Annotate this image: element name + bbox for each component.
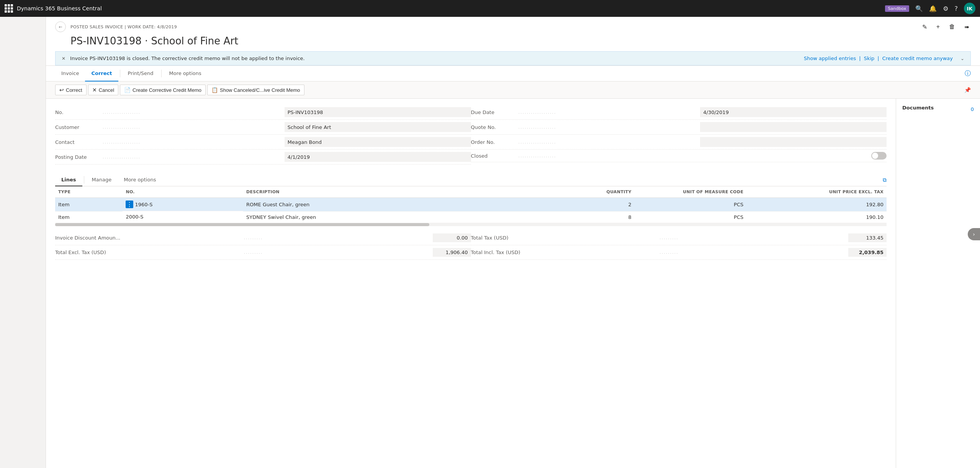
lines-table: TYPE NO. DESCRIPTION QUANTITY UNIT OF ME…: [55, 186, 887, 223]
form-row-order-no: Order No. ..................: [471, 135, 887, 150]
create-corrective-credit-memo-button[interactable]: 📄 Create Corrective Credit Memo: [120, 85, 206, 95]
correct-label: Correct: [66, 87, 82, 93]
customer-label: Customer: [55, 124, 101, 130]
content-area: ← POSTED SALES INVOICE | WORK DATE: 4/8/…: [46, 17, 980, 468]
form-grid: No. .................. PS-INV103198 Cust…: [55, 105, 887, 165]
notification-close-icon[interactable]: ✕: [62, 56, 65, 61]
header-actions: ✎ + 🗑 ➠: [921, 22, 971, 32]
show-applied-entries-link[interactable]: Show applied entries: [804, 55, 856, 61]
due-date-value[interactable]: 4/30/2019: [700, 107, 887, 117]
quote-no-label: Quote No.: [471, 124, 517, 130]
no-label: No.: [55, 109, 101, 115]
notification-icon[interactable]: 🔔: [929, 5, 937, 12]
show-memo-icon: 📋: [211, 87, 218, 93]
tab-print-send[interactable]: Print/Send: [122, 66, 160, 82]
total-incl-label: Total Incl. Tax (USD): [471, 249, 655, 255]
edit-button[interactable]: ✎: [921, 22, 929, 32]
lines-expand-icon[interactable]: ⧉: [883, 177, 887, 183]
row2-quantity: 8: [521, 211, 635, 223]
user-avatar[interactable]: IK: [964, 3, 975, 14]
form-right-column: Due Date .................. 4/30/2019 Qu…: [471, 105, 887, 165]
help-icon[interactable]: ?: [955, 5, 958, 12]
toolbar-pin-icon[interactable]: 📌: [964, 87, 971, 93]
cancel-button[interactable]: ✕ Cancel: [88, 85, 118, 95]
col-type-header: TYPE: [55, 186, 123, 198]
row2-description: SYDNEY Swivel Chair, green: [243, 211, 521, 223]
tab-info-icon[interactable]: ⓘ: [965, 70, 971, 78]
main-container: ← POSTED SALES INVOICE | WORK DATE: 4/8/…: [0, 17, 980, 468]
tab-invoice[interactable]: Invoice: [55, 66, 85, 82]
total-incl-row: Total Incl. Tax (USD) ......... 2,039.85: [471, 245, 887, 260]
order-no-label: Order No.: [471, 139, 517, 145]
closed-toggle[interactable]: [871, 152, 887, 160]
row2-uom: PCS: [635, 211, 747, 223]
tab-correct[interactable]: Correct: [85, 66, 118, 82]
table-row[interactable]: Item ⋮ 1960-S ROME Guest Chair, green 2 …: [55, 198, 887, 212]
col-uom-header: UNIT OF MEASURE CODE: [635, 186, 747, 198]
create-memo-label: Create Corrective Credit Memo: [133, 87, 201, 93]
total-tax-value[interactable]: 133.45: [848, 233, 887, 242]
col-desc-header: DESCRIPTION: [243, 186, 521, 198]
col-no-header: NO.: [123, 186, 243, 198]
right-panel: Documents 0: [896, 99, 980, 468]
row1-description: ROME Guest Chair, green: [243, 198, 521, 212]
expand-button[interactable]: ➠: [963, 22, 971, 32]
lines-tab-more-options[interactable]: More options: [118, 174, 162, 186]
brand-name: Dynamics 365 Business Central: [17, 5, 102, 11]
table-scroll-bar[interactable]: [55, 223, 887, 226]
table-row[interactable]: Item 2000-S SYDNEY Swivel Chair, green 8…: [55, 211, 887, 223]
settings-icon[interactable]: ⚙: [943, 5, 948, 12]
documents-title: Documents: [902, 105, 934, 111]
page-header: ← POSTED SALES INVOICE | WORK DATE: 4/8/…: [46, 17, 980, 66]
tab-more-options[interactable]: More options: [163, 66, 208, 82]
lines-tab-lines[interactable]: Lines: [55, 174, 82, 186]
lines-tab-manage[interactable]: Manage: [86, 174, 118, 186]
waffle-icon[interactable]: [5, 4, 13, 13]
table-header-row: TYPE NO. DESCRIPTION QUANTITY UNIT OF ME…: [55, 186, 887, 198]
correct-button[interactable]: ↩ Correct: [55, 85, 87, 95]
quote-no-value[interactable]: [700, 122, 887, 132]
customer-value[interactable]: School of Fine Art: [285, 122, 471, 132]
posting-date-value[interactable]: 4/1/2019: [285, 152, 471, 162]
back-button[interactable]: ←: [55, 21, 66, 32]
tab-separator-2: [161, 70, 162, 77]
contact-label: Contact: [55, 139, 101, 145]
totals-area: Invoice Discount Amoun... ......... 0.00…: [55, 231, 887, 260]
row2-price: 190.10: [746, 211, 887, 223]
order-no-value[interactable]: [700, 137, 887, 147]
page-body: No. .................. PS-INV103198 Cust…: [46, 99, 980, 468]
page-header-top: ← POSTED SALES INVOICE | WORK DATE: 4/8/…: [55, 21, 971, 32]
skip-link[interactable]: Skip: [864, 55, 875, 61]
total-excl-label: Total Excl. Tax (USD): [55, 249, 239, 255]
form-row-customer: Customer .................. School of Fi…: [55, 120, 471, 135]
posting-date-label: Posting Date: [55, 154, 101, 160]
notification-collapse-icon[interactable]: ⌄: [960, 56, 964, 61]
create-credit-memo-anyway-link[interactable]: Create credit memo anyway: [882, 55, 953, 61]
total-excl-value[interactable]: 1,906.40: [433, 248, 471, 257]
form-row-posting-date: Posting Date .................. 4/1/2019: [55, 150, 471, 165]
scroll-bar-thumb: [55, 223, 429, 226]
right-expand-arrow[interactable]: ›: [968, 228, 980, 240]
invoice-discount-value[interactable]: 0.00: [433, 233, 471, 242]
closed-toggle-container: [871, 152, 887, 160]
tab-separator: [120, 70, 120, 77]
show-canceled-credit-memo-button[interactable]: 📋 Show Canceled/C...ive Credit Memo: [207, 85, 304, 95]
row1-no: ⋮ 1960-S: [123, 198, 243, 211]
form-row-closed: Closed ..................: [471, 150, 887, 162]
col-price-header: UNIT PRICE EXCL. TAX: [746, 186, 887, 198]
closed-label: Closed: [471, 153, 517, 159]
row2-no: 2000-S: [123, 211, 243, 223]
lines-tabs: Lines Manage More options ⧉: [55, 174, 887, 186]
total-excl-row: Total Excl. Tax (USD) ......... 1,906.40: [55, 245, 471, 260]
form-row-quote-no: Quote No. ..................: [471, 120, 887, 135]
form-left-column: No. .................. PS-INV103198 Cust…: [55, 105, 471, 165]
search-icon[interactable]: 🔍: [915, 5, 923, 12]
row1-uom: PCS: [635, 198, 747, 212]
no-value[interactable]: PS-INV103198: [285, 107, 471, 117]
total-incl-value[interactable]: 2,039.85: [848, 248, 887, 257]
row-menu-button[interactable]: ⋮: [126, 201, 133, 208]
contact-value[interactable]: Meagan Bond: [285, 137, 471, 147]
brand-area: Dynamics 365 Business Central: [5, 4, 880, 13]
add-button[interactable]: +: [935, 22, 941, 32]
delete-button[interactable]: 🗑: [947, 22, 957, 32]
